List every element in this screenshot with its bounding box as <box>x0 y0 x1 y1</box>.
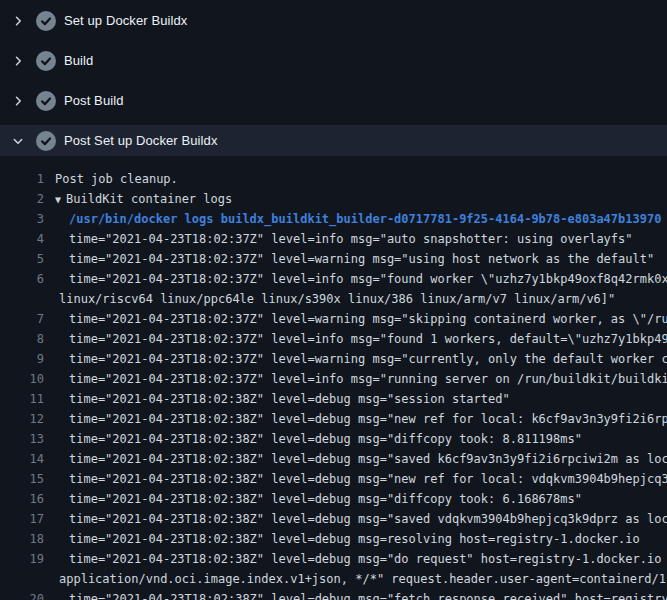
log-line-number[interactable]: 2 <box>0 189 44 209</box>
log-line-text: time="2021-04-23T18:02:38Z" level=debug … <box>69 489 582 509</box>
log-line-text: time="2021-04-23T18:02:38Z" level=debug … <box>69 509 667 529</box>
log-line-number[interactable]: 15 <box>0 469 44 489</box>
log-line: 3/usr/bin/docker logs buildx_buildkit_bu… <box>0 209 667 229</box>
log-line: 2▼BuildKit container logs <box>0 189 667 209</box>
log-line-text: time="2021-04-23T18:02:37Z" level=info m… <box>69 229 633 249</box>
check-circle-icon <box>36 51 56 71</box>
log-line-text: time="2021-04-23T18:02:38Z" level=debug … <box>69 429 582 449</box>
log-line-text: time="2021-04-23T18:02:38Z" level=debug … <box>69 409 667 429</box>
log-line: 1Post job cleanup. <box>0 169 667 189</box>
log-line-text: time="2021-04-23T18:02:38Z" level=debug … <box>69 469 667 489</box>
log-line: 8time="2021-04-23T18:02:37Z" level=info … <box>0 329 667 349</box>
group-collapse-icon[interactable]: ▼ <box>55 190 61 209</box>
log-line-text: time="2021-04-23T18:02:38Z" level=debug … <box>69 589 667 600</box>
chevron-right-icon <box>12 15 24 27</box>
chevron-down-icon <box>12 135 24 147</box>
log-line-text: time="2021-04-23T18:02:37Z" level=info m… <box>69 269 667 289</box>
log-line: 12time="2021-04-23T18:02:38Z" level=debu… <box>0 409 667 429</box>
log-line-text: Post job cleanup. <box>55 169 178 189</box>
log-line-number[interactable]: 16 <box>0 489 44 509</box>
log-line-text: time="2021-04-23T18:02:37Z" level=info m… <box>69 369 667 389</box>
step-row-post-set-up-docker-buildx[interactable]: Post Set up Docker Buildx <box>0 125 667 156</box>
step-title: Post Build <box>64 93 124 108</box>
log-line-text: time="2021-04-23T18:02:37Z" level=warnin… <box>69 309 667 329</box>
log-line: 11time="2021-04-23T18:02:38Z" level=debu… <box>0 389 667 409</box>
log-line-number[interactable]: 12 <box>0 409 44 429</box>
log-line-number[interactable]: 7 <box>0 309 44 329</box>
log-line-text: linux/riscv64 linux/ppc64le linux/s390x … <box>59 289 615 309</box>
step-row-build[interactable]: Build <box>0 45 667 76</box>
log-line: 15time="2021-04-23T18:02:38Z" level=debu… <box>0 469 667 489</box>
log-line-number[interactable]: 13 <box>0 429 44 449</box>
log-line-number[interactable]: 9 <box>0 349 44 369</box>
log-line: 4time="2021-04-23T18:02:37Z" level=info … <box>0 229 667 249</box>
log-line-text: application/vnd.oci.image.index.v1+json,… <box>59 569 667 589</box>
log-line-number[interactable]: 11 <box>0 389 44 409</box>
log-line-number[interactable]: 6 <box>0 269 44 289</box>
log-line: 19time="2021-04-23T18:02:38Z" level=debu… <box>0 549 667 569</box>
log-line: 10time="2021-04-23T18:02:37Z" level=info… <box>0 369 667 389</box>
log-line-number[interactable]: 3 <box>0 209 44 229</box>
step-title: Set up Docker Buildx <box>64 13 187 28</box>
log-line-number[interactable]: 5 <box>0 249 44 269</box>
log-line-number[interactable]: 20 <box>0 589 44 600</box>
check-circle-icon <box>36 11 56 31</box>
log-line: linux/riscv64 linux/ppc64le linux/s390x … <box>0 289 667 309</box>
steps-list: Set up Docker Buildx Build Post Build Po… <box>0 0 667 156</box>
step-title: Build <box>64 53 93 68</box>
log-line-number[interactable]: 10 <box>0 369 44 389</box>
log-line-text: time="2021-04-23T18:02:38Z" level=debug … <box>69 449 667 469</box>
log-line: 6time="2021-04-23T18:02:37Z" level=info … <box>0 269 667 289</box>
step-title: Post Set up Docker Buildx <box>64 133 218 148</box>
log-line-text: time="2021-04-23T18:02:38Z" level=debug … <box>69 529 640 549</box>
log-line-text: time="2021-04-23T18:02:38Z" level=debug … <box>69 549 667 569</box>
log: 1Post job cleanup.2▼BuildKit container l… <box>0 165 667 600</box>
check-circle-icon <box>36 91 56 111</box>
log-line-text: ▼BuildKit container logs <box>55 189 232 209</box>
log-line-number[interactable]: 8 <box>0 329 44 349</box>
log-line: 5time="2021-04-23T18:02:37Z" level=warni… <box>0 249 667 269</box>
log-line-number[interactable]: 19 <box>0 549 44 569</box>
log-line: 13time="2021-04-23T18:02:38Z" level=debu… <box>0 429 667 449</box>
log-line-number[interactable]: 18 <box>0 529 44 549</box>
log-line-number[interactable]: 17 <box>0 509 44 529</box>
log-line: 7time="2021-04-23T18:02:37Z" level=warni… <box>0 309 667 329</box>
log-line: 9time="2021-04-23T18:02:37Z" level=warni… <box>0 349 667 369</box>
check-circle-icon <box>36 131 56 151</box>
log-line-number[interactable]: 1 <box>0 169 44 189</box>
log-line: 16time="2021-04-23T18:02:38Z" level=debu… <box>0 489 667 509</box>
chevron-right-icon <box>12 55 24 67</box>
log-line-text: time="2021-04-23T18:02:37Z" level=warnin… <box>69 349 667 369</box>
chevron-right-icon <box>12 95 24 107</box>
log-line: application/vnd.oci.image.index.v1+json,… <box>0 569 667 589</box>
step-row-set-up-docker-buildx[interactable]: Set up Docker Buildx <box>0 5 667 36</box>
log-line: 18time="2021-04-23T18:02:38Z" level=debu… <box>0 529 667 549</box>
log-line-number[interactable]: 14 <box>0 449 44 469</box>
log-line-number[interactable]: 4 <box>0 229 44 249</box>
log-command-text: /usr/bin/docker logs buildx_buildkit_bui… <box>69 209 661 229</box>
log-line-text: time="2021-04-23T18:02:37Z" level=info m… <box>69 329 667 349</box>
log-line: 17time="2021-04-23T18:02:38Z" level=debu… <box>0 509 667 529</box>
log-line-text: time="2021-04-23T18:02:38Z" level=debug … <box>69 389 510 409</box>
log-line-text: time="2021-04-23T18:02:37Z" level=warnin… <box>69 249 654 269</box>
log-line: 20time="2021-04-23T18:02:38Z" level=debu… <box>0 589 667 600</box>
log-line: 14time="2021-04-23T18:02:38Z" level=debu… <box>0 449 667 469</box>
step-row-post-build[interactable]: Post Build <box>0 85 667 116</box>
